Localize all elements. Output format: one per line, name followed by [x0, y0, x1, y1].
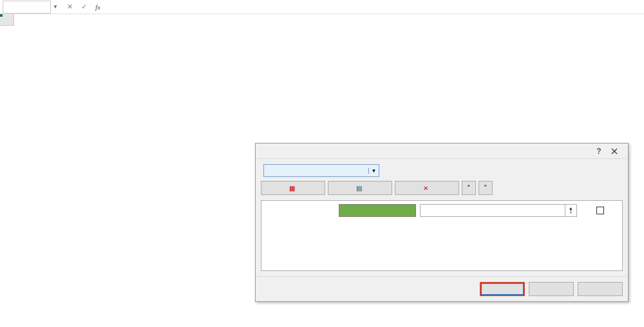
rule-range-field[interactable] [421, 207, 565, 214]
rule-format-preview [339, 204, 416, 217]
range-select-icon[interactable]: ⭱ [565, 205, 576, 216]
ok-button[interactable] [480, 282, 525, 296]
move-up-button[interactable]: ˄ [462, 181, 476, 195]
dialog-footer [256, 276, 628, 301]
rule-row[interactable]: ⭱ [264, 203, 620, 218]
conditional-formatting-manager-dialog: ? ▼ ▦ ▤ [255, 143, 629, 302]
edit-rule-icon: ▤ [356, 185, 362, 192]
formula-bar-buttons: ✕ ✓ fx [62, 0, 105, 14]
rule-stop-cell [581, 207, 620, 214]
cancel-icon[interactable]: ✕ [62, 1, 77, 13]
edit-rule-button[interactable]: ▤ [328, 181, 392, 195]
help-button[interactable]: ? [593, 147, 605, 156]
chevron-up-icon: ˄ [467, 184, 471, 192]
show-for-combobox[interactable]: ▼ [263, 164, 379, 177]
name-box[interactable] [3, 1, 51, 14]
enter-icon[interactable]: ✓ [77, 1, 91, 13]
rule-range-input[interactable]: ⭱ [420, 204, 577, 217]
chevron-down-icon: ˅ [484, 184, 488, 192]
worksheet-grid[interactable]: ? ▼ ▦ ▤ [0, 14, 644, 327]
close-icon [611, 148, 618, 154]
rules-list[interactable]: ⭱ [261, 200, 623, 271]
chevron-down-icon: ▼ [368, 168, 379, 174]
formula-bar-row: ▼ ✕ ✓ fx [0, 0, 644, 14]
close-button[interactable] [605, 144, 624, 159]
dialog-title-bar[interactable]: ? [256, 144, 628, 159]
delete-rule-button[interactable]: ✕ [395, 181, 459, 195]
new-rule-button[interactable]: ▦ [261, 181, 325, 195]
select-all-corner[interactable] [0, 14, 14, 26]
fx-icon[interactable]: fx [91, 1, 105, 13]
formula-bar[interactable] [108, 1, 644, 14]
name-box-dropdown[interactable]: ▼ [51, 4, 60, 10]
close-dialog-button[interactable] [529, 282, 574, 296]
new-rule-icon: ▦ [289, 185, 295, 192]
move-down-button[interactable]: ˅ [478, 181, 493, 195]
apply-button[interactable] [578, 282, 623, 296]
rules-toolbar: ▦ ▤ ✕ ˄ ˅ [261, 181, 623, 195]
stop-if-true-checkbox[interactable] [596, 207, 604, 214]
delete-rule-icon: ✕ [423, 185, 428, 192]
